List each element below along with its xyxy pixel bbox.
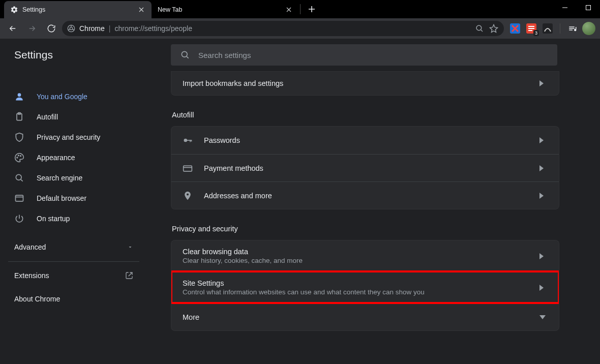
svg-rect-8	[528, 28, 534, 29]
settings-sidebar: You and Google Autofill Privacy and secu…	[0, 78, 147, 364]
chevron-right-icon	[539, 80, 548, 86]
extension-button-3[interactable]	[541, 21, 555, 36]
sidebar-item-label: Search engine	[37, 174, 82, 182]
site-chip-label: Chrome	[79, 24, 105, 33]
extensions-label: Extensions	[14, 271, 49, 280]
row-passwords[interactable]: Passwords	[171, 127, 559, 154]
window-maximize-button[interactable]	[577, 0, 600, 15]
sidebar-item-search-engine[interactable]: Search engine	[0, 168, 141, 188]
section-title-autofill: Autofill	[172, 111, 559, 119]
open-external-icon	[125, 271, 133, 280]
row-subtext: Control what information websites can us…	[183, 288, 528, 296]
svg-point-18	[20, 156, 21, 157]
sidebar-divider	[8, 261, 139, 262]
toolbar-separator	[560, 23, 560, 34]
star-icon[interactable]	[489, 23, 499, 34]
close-icon[interactable]	[285, 6, 293, 14]
tab-title: Settings	[22, 6, 45, 13]
svg-point-12	[182, 51, 187, 57]
settings-page: Settings Search settings You and Google …	[0, 39, 600, 364]
back-button[interactable]	[4, 20, 21, 37]
sync-card: Import bookmarks and settings	[171, 71, 559, 96]
sidebar-item-label: Autofill	[37, 113, 58, 121]
chevron-down-icon	[539, 315, 548, 319]
sidebar-item-on-startup[interactable]: On startup	[0, 208, 141, 229]
sidebar-item-appearance[interactable]: Appearance	[0, 147, 141, 168]
row-label: Import bookmarks and settings	[183, 79, 528, 87]
media-control-button[interactable]	[565, 21, 580, 36]
chevron-right-icon	[539, 137, 548, 143]
sidebar-item-privacy[interactable]: Privacy and security	[0, 127, 141, 147]
sidebar-item-label: Privacy and security	[37, 133, 100, 141]
shield-icon	[14, 132, 24, 142]
tab-title: New Tab	[158, 6, 182, 13]
svg-point-4	[476, 25, 482, 31]
extensions-cluster: 3	[508, 21, 596, 36]
person-icon	[14, 92, 24, 102]
tab-settings[interactable]: Settings	[4, 1, 152, 18]
privacy-card: Clear browsing data Clear history, cooki…	[171, 240, 559, 331]
row-addresses[interactable]: Addresses and more	[171, 181, 559, 209]
row-label: More	[183, 313, 528, 321]
chevron-right-icon	[539, 253, 548, 259]
row-label: Site Settings	[183, 279, 528, 287]
tab-strip: Settings New Tab	[0, 0, 600, 18]
sidebar-item-default-browser[interactable]: Default browser	[0, 188, 141, 208]
browser-toolbar: Chrome | chrome://settings/people 3	[0, 18, 600, 39]
reload-button[interactable]	[43, 20, 60, 37]
chrome-logo-icon	[67, 24, 75, 33]
svg-rect-9	[528, 30, 532, 31]
sidebar-advanced-toggle[interactable]: Advanced	[0, 235, 147, 259]
forward-button[interactable]	[23, 20, 41, 37]
svg-point-19	[16, 174, 21, 180]
row-site-settings[interactable]: Site Settings Control what information w…	[171, 271, 559, 303]
url-text: chrome://settings/people	[114, 24, 470, 33]
svg-rect-1	[586, 6, 591, 10]
close-icon[interactable]	[137, 6, 145, 14]
power-icon	[14, 214, 24, 224]
new-tab-button[interactable]	[305, 2, 319, 16]
sidebar-item-you-and-google[interactable]: You and Google	[0, 86, 141, 107]
extension-button-1[interactable]	[508, 21, 522, 36]
row-label: Payment methods	[204, 164, 528, 172]
zoom-icon[interactable]	[474, 23, 485, 34]
row-import-bookmarks[interactable]: Import bookmarks and settings	[171, 72, 559, 95]
advanced-label: Advanced	[14, 243, 46, 251]
sidebar-about-link[interactable]: About Chrome	[0, 287, 147, 311]
extension-button-2[interactable]: 3	[524, 21, 538, 36]
settings-header: Settings Search settings	[0, 39, 600, 71]
row-subtext: Clear history, cookies, cache, and more	[183, 257, 528, 264]
svg-point-11	[575, 29, 576, 31]
page-title: Settings	[0, 49, 158, 61]
window-minimize-button[interactable]	[553, 0, 577, 15]
sidebar-item-autofill[interactable]: Autofill	[0, 107, 141, 127]
sidebar-item-label: On startup	[37, 215, 70, 223]
row-more[interactable]: More	[171, 303, 559, 330]
svg-point-16	[17, 157, 18, 158]
svg-rect-20	[16, 195, 23, 201]
location-icon	[183, 191, 193, 201]
svg-rect-7	[528, 26, 534, 27]
search-icon	[180, 50, 190, 60]
chevron-right-icon	[539, 193, 548, 199]
omnibox-separator: |	[109, 24, 111, 33]
tab-new-tab[interactable]: New Tab	[152, 1, 299, 18]
section-title-privacy: Privacy and security	[172, 225, 559, 233]
tab-separator	[300, 4, 301, 14]
svg-point-21	[184, 139, 188, 142]
window-controls	[553, 0, 600, 15]
search-settings-input[interactable]: Search settings	[171, 44, 557, 66]
address-bar[interactable]: Chrome | chrome://settings/people	[62, 21, 504, 36]
row-clear-browsing-data[interactable]: Clear browsing data Clear history, cooki…	[171, 240, 559, 271]
window-icon	[14, 193, 24, 203]
svg-rect-24	[191, 140, 192, 141]
avatar	[582, 22, 595, 35]
sidebar-item-label: You and Google	[37, 93, 87, 101]
sidebar-item-label: Default browser	[37, 194, 86, 202]
profile-avatar[interactable]	[582, 21, 596, 36]
row-label: Passwords	[204, 136, 528, 144]
site-chip: Chrome	[67, 24, 105, 33]
sidebar-extensions-link[interactable]: Extensions	[0, 264, 147, 287]
row-payments[interactable]: Payment methods	[171, 154, 559, 181]
chevron-down-icon	[127, 244, 133, 250]
